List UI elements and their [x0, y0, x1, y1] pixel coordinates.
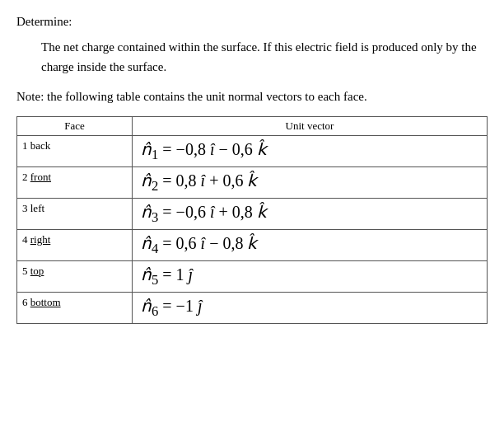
col2-header: Unit vector	[133, 117, 488, 136]
table-row: 5 topn̂5 = 1 ĵ	[17, 261, 488, 293]
table-row: 2 frontn̂2 = 0,8 î + 0,6 k̂	[17, 167, 488, 199]
face-label: right	[30, 233, 51, 246]
paragraph1: The net charge contained within the surf…	[41, 37, 488, 77]
table-row: 6 bottomn̂6 = −1 ĵ	[17, 293, 488, 324]
unit-vectors-table: Face Unit vector 1 backn̂1 = −0,8 î − 0,…	[16, 116, 488, 324]
table-row: 1 backn̂1 = −0,8 î − 0,6 k̂	[17, 136, 488, 167]
note-paragraph: Note: the following table contains the u…	[16, 87, 488, 106]
face-cell: 2 front	[17, 167, 133, 199]
unit-vector-cell: n̂1 = −0,8 î − 0,6 k̂	[133, 136, 488, 167]
table-row: 3 leftn̂3 = −0,6 î + 0,8 k̂	[17, 199, 488, 230]
unit-vector-cell: n̂5 = 1 ĵ	[133, 261, 488, 293]
unit-vector-cell: n̂4 = 0,6 î − 0,8 k̂	[133, 230, 488, 261]
col1-header: Face	[17, 117, 133, 136]
face-label: bottom	[30, 296, 61, 308]
table-row: 4 rightn̂4 = 0,6 î − 0,8 k̂	[17, 230, 488, 261]
face-cell: 6 bottom	[17, 293, 133, 324]
face-cell: 4 right	[17, 230, 133, 261]
face-cell: 5 top	[17, 261, 133, 293]
face-cell: 1 back	[17, 136, 133, 167]
face-label: back	[30, 139, 51, 152]
face-label: top	[30, 265, 44, 277]
face-cell: 3 left	[17, 199, 133, 230]
unit-vector-cell: n̂3 = −0,6 î + 0,8 k̂	[133, 199, 488, 230]
determine-label: Determine:	[16, 15, 488, 29]
unit-vector-cell: n̂6 = −1 ĵ	[133, 293, 488, 324]
face-label: left	[30, 202, 44, 214]
face-label: front	[30, 171, 51, 183]
unit-vector-cell: n̂2 = 0,8 î + 0,6 k̂	[133, 167, 488, 199]
